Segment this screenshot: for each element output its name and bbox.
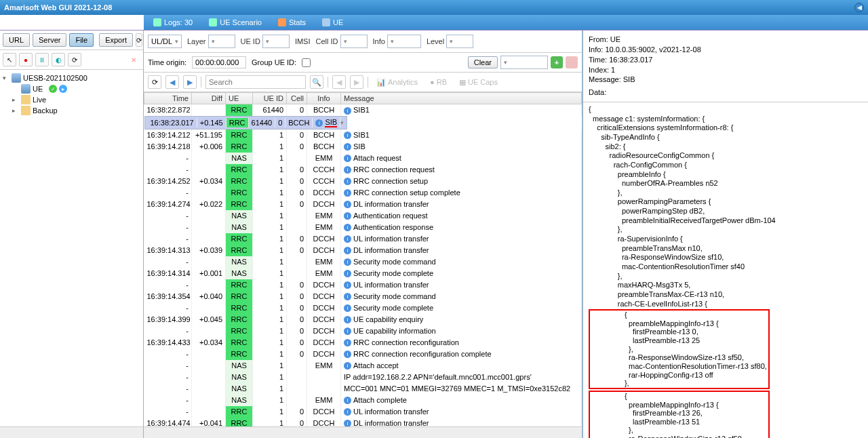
refresh-icon[interactable]: ⟳ bbox=[136, 33, 142, 47]
info-select[interactable] bbox=[387, 35, 421, 48]
cell-info: EMM bbox=[307, 268, 341, 279]
h-scrollbar[interactable] bbox=[0, 426, 143, 438]
table-row[interactable]: 16:39:14.433+0.034RRC10DCCHiRRC connecti… bbox=[144, 337, 582, 349]
table-row[interactable]: -NAS1MCC=001 MNC=01 MMEGI=32769 MMEC=1 M… bbox=[144, 383, 582, 395]
col-diff[interactable]: Diff bbox=[192, 93, 226, 104]
collapse-icon[interactable]: ◀ bbox=[854, 3, 864, 12]
table-row[interactable]: -RRC10DCCHiUL information transfer bbox=[144, 406, 582, 418]
prev-icon[interactable]: ◀ bbox=[165, 75, 179, 89]
detail-data[interactable]: { message c1: systemInformation: { criti… bbox=[583, 102, 868, 438]
table-row[interactable]: 16:39:14.313+0.039RRC10DCCHiDL informati… bbox=[144, 245, 582, 256]
cell-diff bbox=[192, 256, 226, 268]
cell-message: iUL information transfer bbox=[341, 233, 582, 245]
cellid-select[interactable] bbox=[340, 35, 368, 48]
rb-button[interactable]: ●RB bbox=[426, 77, 451, 87]
col-ueid[interactable]: UE ID bbox=[253, 93, 287, 104]
tree-live[interactable]: ▸Live bbox=[3, 94, 140, 105]
table-row[interactable]: -NAS1EMMiAuthentication response bbox=[144, 222, 582, 233]
table-row[interactable]: 16:39:14.212+51.195RRC10BCCHiSIB1 bbox=[144, 130, 582, 141]
cell-diff: +0.041 bbox=[192, 418, 226, 427]
cursor-icon[interactable]: ↖ bbox=[3, 53, 16, 66]
table-row[interactable]: 16:38:22.872RRC614400BCCHiSIB1 bbox=[144, 104, 582, 116]
h-scrollbar[interactable] bbox=[144, 426, 582, 438]
info-icon: i bbox=[344, 224, 351, 231]
table-row[interactable]: -RRC10DCCHiUL information transfer bbox=[144, 233, 582, 245]
table-row[interactable]: -NAS1EMMiAttach request bbox=[144, 153, 582, 164]
reload-icon[interactable]: ⟳ bbox=[68, 53, 81, 66]
cell-message: iSIB bbox=[341, 141, 582, 153]
ueid-select[interactable] bbox=[262, 35, 290, 48]
col-info[interactable]: Info bbox=[307, 93, 341, 104]
table-row[interactable]: 16:39:14.354+0.040RRC10DCCHiSecurity mod… bbox=[144, 291, 582, 302]
uldl-select[interactable]: UL/DL bbox=[148, 35, 182, 48]
time-origin-value[interactable]: 00:00:00.000 bbox=[192, 56, 246, 68]
table-row[interactable]: -RRC10DCCHiUL information transfer bbox=[144, 279, 582, 291]
layer-select[interactable] bbox=[208, 35, 235, 48]
cell-ue: RRC bbox=[226, 187, 253, 199]
record-icon[interactable]: ● bbox=[19, 53, 33, 66]
export-button[interactable]: Export bbox=[99, 33, 133, 47]
tab-logs[interactable]: Logs: 30 bbox=[148, 16, 198, 28]
uecaps-button[interactable]: ▦UE Caps bbox=[455, 77, 502, 88]
cell-ueid: 1 bbox=[253, 268, 287, 279]
close-icon[interactable]: ✕ bbox=[127, 53, 140, 66]
table-row[interactable]: -RRC10DCCHiRRC connection reconfiguratio… bbox=[144, 349, 582, 360]
cell-info: DCCH bbox=[307, 199, 341, 210]
col-cell[interactable]: Cell bbox=[287, 93, 307, 104]
refresh-nav-icon[interactable]: ⟳ bbox=[148, 75, 161, 89]
tab-ue[interactable]: UE bbox=[317, 16, 349, 28]
cell-time: - bbox=[144, 360, 192, 372]
table-row[interactable]: -RRC10CCCHiRRC connection request bbox=[144, 164, 582, 176]
table-row[interactable]: -NAS1EMMiSecurity mode command bbox=[144, 256, 582, 268]
table-row[interactable]: -NAS1IP addr=192.168.2.2 APN='default.mn… bbox=[144, 372, 582, 383]
pause-icon[interactable]: ⏸ bbox=[35, 53, 49, 66]
search-input[interactable] bbox=[205, 75, 306, 89]
server-button[interactable]: Server bbox=[33, 33, 66, 47]
col-ue[interactable]: UE bbox=[226, 93, 253, 104]
cell-ueid: 1 bbox=[253, 279, 287, 291]
cell-ue: RRC bbox=[226, 337, 253, 349]
table-row[interactable]: -NAS1EMMiAuthentication request bbox=[144, 210, 582, 222]
cell-ueid: 1 bbox=[253, 360, 287, 372]
table-row[interactable]: -RRC10DCCHiSecurity mode complete bbox=[144, 302, 582, 314]
tree-backup[interactable]: ▸Backup bbox=[3, 105, 140, 116]
col-message[interactable]: Message bbox=[341, 93, 582, 104]
tab-stats[interactable]: Stats bbox=[273, 16, 311, 28]
table-row[interactable]: 16:39:14.474+0.041RRC10DCCHiDL informati… bbox=[144, 418, 582, 427]
table-row[interactable]: 16:39:14.252+0.034RRC10CCCHiRRC connecti… bbox=[144, 176, 582, 187]
url-button[interactable]: URL bbox=[3, 33, 30, 47]
tree-ue[interactable]: UE ✓▸ bbox=[3, 83, 140, 94]
table-row[interactable]: 16:39:14.274+0.022RRC10DCCHiDL informati… bbox=[144, 199, 582, 210]
cell-info: DCCH bbox=[307, 325, 341, 337]
preset-select[interactable] bbox=[500, 56, 548, 69]
table-row[interactable]: -RRC10DCCHiRRC connection setup complete bbox=[144, 187, 582, 199]
table-row[interactable]: -NAS1EMMiAttach complete bbox=[144, 395, 582, 406]
col-time[interactable]: Time bbox=[144, 93, 192, 104]
table-row[interactable]: 16:39:14.218+0.006RRC10BCCHiSIB bbox=[144, 141, 582, 153]
table-row[interactable]: 16:39:14.314+0.001NAS1EMMiSecurity mode … bbox=[144, 268, 582, 279]
cell-message: iDL information transfer bbox=[341, 245, 582, 256]
cell-ueid: 61440 bbox=[253, 104, 287, 116]
cell-ueid: 1 bbox=[253, 222, 287, 233]
search-prev-icon[interactable]: ◀ bbox=[332, 75, 346, 89]
group-ueid-checkbox[interactable] bbox=[302, 58, 311, 67]
search-next-icon[interactable]: ▶ bbox=[350, 75, 363, 89]
search-go-icon[interactable]: 🔍 bbox=[310, 75, 323, 89]
cell-ue: RRC bbox=[226, 245, 253, 256]
step-icon[interactable]: ◐ bbox=[52, 53, 65, 66]
tree-root[interactable]: ▾UESB-2021102500 bbox=[3, 73, 140, 83]
clear-button[interactable]: Clear bbox=[468, 56, 498, 68]
table-row[interactable]: 16:38:23.017+0.145RRC614400BCCHiSIB bbox=[144, 116, 348, 130]
table-row[interactable]: 16:39:14.399+0.045RRC10DCCHiUE capabilit… bbox=[144, 314, 582, 325]
level-select[interactable] bbox=[446, 35, 473, 48]
tab-scenario[interactable]: UE Scenario bbox=[203, 16, 267, 28]
analytics-button[interactable]: 📊Analytics bbox=[372, 77, 422, 88]
table-row[interactable]: -NAS1EMMiAttach accept bbox=[144, 360, 582, 372]
play-icon[interactable]: ▸ bbox=[59, 85, 67, 93]
index-value: 1 bbox=[611, 66, 615, 74]
table-row[interactable]: -RRC10DCCHiUE capability information bbox=[144, 325, 582, 337]
add-icon[interactable]: + bbox=[551, 56, 563, 68]
file-button[interactable]: File bbox=[69, 33, 94, 47]
remove-icon[interactable]: − bbox=[566, 56, 578, 68]
next-icon[interactable]: ▶ bbox=[183, 75, 197, 89]
